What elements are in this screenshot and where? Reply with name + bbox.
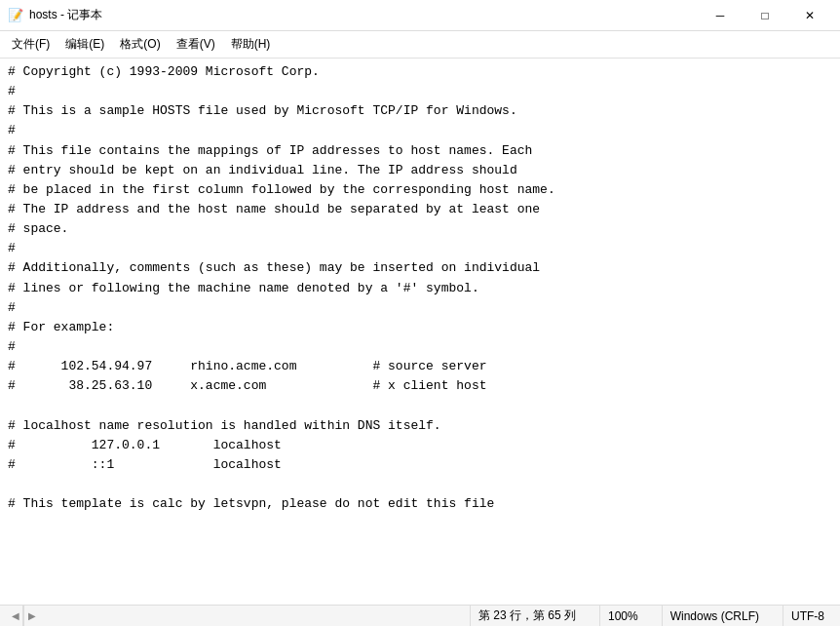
- zoom-level: 100%: [599, 606, 646, 626]
- menu-bar: 文件(F) 编辑(E) 格式(O) 查看(V) 帮助(H): [0, 31, 840, 59]
- encoding: UTF-8: [783, 606, 832, 626]
- menu-help[interactable]: 帮助(H): [223, 32, 279, 57]
- menu-view[interactable]: 查看(V): [169, 32, 223, 57]
- line-ending: Windows (CRLF): [662, 606, 767, 626]
- menu-edit[interactable]: 编辑(E): [57, 32, 112, 57]
- menu-file[interactable]: 文件(F): [4, 32, 57, 57]
- minimize-button[interactable]: ─: [698, 0, 743, 31]
- text-editor[interactable]: # Copyright (c) 1993-2009 Microsoft Corp…: [0, 59, 840, 605]
- maximize-button[interactable]: □: [743, 0, 787, 31]
- status-bar-left: ◀ ▶: [8, 606, 454, 627]
- window-controls[interactable]: ─ □ ✕: [698, 0, 832, 31]
- title-bar: 📝 hosts - 记事本 ─ □ ✕: [0, 0, 840, 31]
- status-bar: ◀ ▶ 第 23 行，第 65 列 100% Windows (CRLF) UT…: [0, 605, 840, 626]
- title-bar-left: 📝 hosts - 记事本: [8, 7, 102, 23]
- app-icon: 📝: [8, 8, 23, 23]
- window-title: hosts - 记事本: [29, 7, 102, 23]
- scroll-left-arrow[interactable]: ◀: [8, 606, 23, 627]
- cursor-position: 第 23 行，第 65 列: [470, 606, 584, 626]
- close-button[interactable]: ✕: [787, 0, 832, 31]
- menu-format[interactable]: 格式(O): [112, 32, 168, 57]
- scroll-right-arrow[interactable]: ▶: [23, 606, 39, 627]
